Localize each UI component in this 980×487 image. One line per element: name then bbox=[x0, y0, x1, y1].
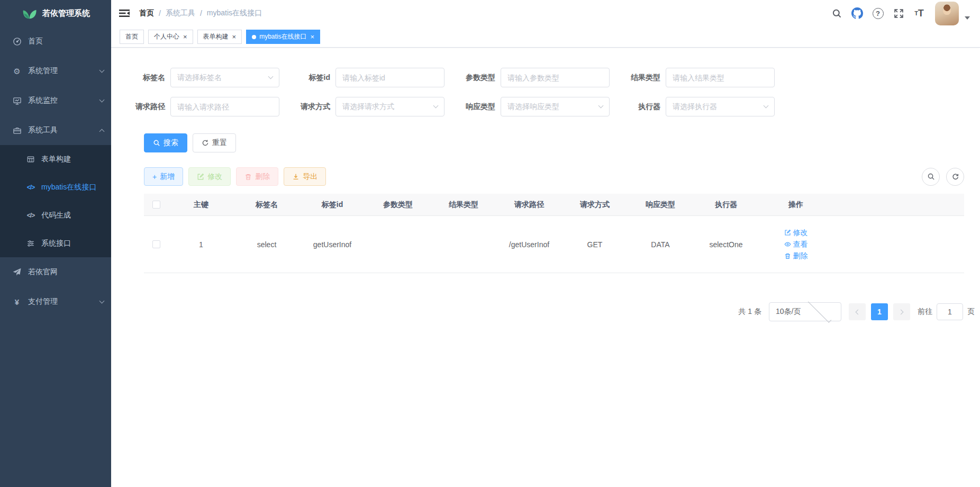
fullscreen-icon[interactable] bbox=[891, 4, 906, 23]
column-header-key: 主键 bbox=[168, 200, 234, 210]
row-view-label: 查看 bbox=[793, 240, 808, 249]
select-all-checkbox[interactable] bbox=[152, 201, 160, 209]
tab-label: 个人中心 bbox=[154, 32, 179, 41]
toolbox-icon bbox=[11, 126, 23, 135]
form-item-request-method: 请求方式 请选择请求方式 bbox=[292, 97, 444, 116]
chevron-right-icon bbox=[899, 309, 904, 314]
github-icon[interactable] bbox=[849, 4, 865, 23]
active-dot bbox=[252, 35, 256, 39]
cell-tag-id: getUserInof bbox=[300, 240, 365, 249]
help-icon[interactable]: ? bbox=[870, 4, 886, 23]
sliders-icon bbox=[25, 239, 36, 248]
breadcrumb-home[interactable]: 首页 bbox=[139, 8, 154, 18]
add-button[interactable]: + 新增 bbox=[144, 167, 183, 186]
code-icon: </> bbox=[25, 212, 36, 219]
prev-page-button[interactable] bbox=[849, 303, 866, 320]
delete-button[interactable]: 删除 bbox=[236, 167, 278, 186]
download-icon bbox=[292, 173, 300, 181]
eye-icon bbox=[784, 241, 791, 248]
sidebar-item-system-mgmt[interactable]: ⚙ 系统管理 bbox=[0, 56, 111, 86]
paper-plane-icon bbox=[11, 268, 23, 276]
close-icon[interactable]: × bbox=[232, 33, 237, 40]
request-path-input[interactable] bbox=[177, 103, 273, 111]
sidebar-item-payment-mgmt[interactable]: ¥ 支付管理 bbox=[0, 287, 111, 317]
row-delete-label: 删除 bbox=[793, 251, 808, 261]
sidebar-item-label: 系统监控 bbox=[28, 96, 100, 105]
search-button-label: 搜索 bbox=[164, 138, 178, 148]
column-header-executor: 执行器 bbox=[693, 200, 759, 210]
refresh-button[interactable] bbox=[946, 168, 964, 186]
sidebar-item-mybatis-api[interactable]: </> mybatis在线接口 bbox=[0, 173, 111, 201]
breadcrumb-current: mybatis在线接口 bbox=[207, 8, 262, 18]
tab-form-builder[interactable]: 表单构建 × bbox=[197, 30, 242, 44]
avatar[interactable] bbox=[935, 2, 959, 25]
dashboard-icon bbox=[11, 37, 23, 46]
goto-page-input[interactable] bbox=[937, 303, 963, 320]
row-checkbox[interactable] bbox=[152, 240, 160, 248]
sidebar-item-home[interactable]: 首页 bbox=[0, 26, 111, 56]
user-menu-caret-icon[interactable] bbox=[965, 16, 970, 20]
breadcrumb-tools: 系统工具 bbox=[166, 8, 195, 18]
close-icon[interactable]: × bbox=[183, 33, 187, 40]
chevron-down-icon bbox=[808, 299, 832, 323]
yen-icon: ¥ bbox=[11, 298, 23, 306]
reset-button[interactable]: 重置 bbox=[193, 133, 236, 152]
sidebar-item-label: 系统接口 bbox=[41, 239, 71, 248]
tab-home[interactable]: 首页 bbox=[120, 30, 144, 44]
form-item-param-type: 参数类型 bbox=[457, 68, 610, 87]
search-button[interactable]: 搜索 bbox=[144, 133, 187, 152]
column-header-path: 请求路径 bbox=[496, 200, 562, 210]
tab-profile[interactable]: 个人中心 × bbox=[148, 30, 193, 44]
select-placeholder: 请选择标签名 bbox=[177, 73, 269, 83]
chevron-down-icon bbox=[99, 67, 105, 73]
table-row: 1 select getUserInof /getUserInof GET DA… bbox=[144, 216, 964, 273]
breadcrumb: 首页 / 系统工具 / mybatis在线接口 bbox=[139, 8, 262, 18]
sidebar-toggle-icon[interactable] bbox=[119, 8, 130, 19]
row-view-link[interactable]: 查看 bbox=[784, 240, 808, 249]
close-icon[interactable]: × bbox=[311, 33, 315, 40]
tag-id-input[interactable] bbox=[342, 74, 438, 82]
sidebar-item-code-gen[interactable]: </> 代码生成 bbox=[0, 201, 111, 229]
executor-select[interactable]: 请选择执行器 bbox=[666, 97, 775, 116]
breadcrumb-separator: / bbox=[159, 9, 161, 17]
toggle-search-button[interactable] bbox=[922, 168, 940, 186]
form-item-result-type: 结果类型 bbox=[622, 68, 775, 87]
field-label: 结果类型 bbox=[622, 73, 660, 83]
row-delete-link[interactable]: 删除 bbox=[784, 251, 808, 261]
response-type-select[interactable]: 请选择响应类型 bbox=[501, 97, 610, 116]
form-item-executor: 执行器 请选择执行器 bbox=[622, 97, 775, 116]
sidebar-menu: 首页 ⚙ 系统管理 系统监控 bbox=[0, 26, 111, 317]
export-button[interactable]: 导出 bbox=[284, 167, 326, 186]
param-type-input[interactable] bbox=[507, 74, 603, 82]
edit-button[interactable]: 修改 bbox=[188, 167, 231, 186]
tab-mybatis-api[interactable]: mybatis在线接口 × bbox=[246, 30, 320, 44]
sidebar-item-system-tools[interactable]: 系统工具 bbox=[0, 115, 111, 145]
tag-name-select[interactable]: 请选择标签名 bbox=[170, 68, 279, 87]
column-header-response-type: 响应类型 bbox=[628, 200, 693, 210]
page-1-button[interactable]: 1 bbox=[871, 303, 888, 320]
row-edit-link[interactable]: 修改 bbox=[784, 228, 808, 238]
add-button-label: 新增 bbox=[160, 172, 175, 182]
sidebar-item-system-monitor[interactable]: 系统监控 bbox=[0, 86, 111, 115]
cell-response-type: DATA bbox=[628, 240, 693, 249]
edit-icon bbox=[784, 229, 791, 236]
sidebar-item-label: mybatis在线接口 bbox=[41, 183, 96, 192]
field-label: 响应类型 bbox=[457, 102, 495, 112]
font-size-icon[interactable]: TT bbox=[911, 4, 927, 23]
plus-icon: + bbox=[152, 173, 157, 181]
request-method-select[interactable]: 请选择请求方式 bbox=[335, 97, 444, 116]
sidebar-item-form-builder[interactable]: 表单构建 bbox=[0, 145, 111, 173]
navbar-actions: ? TT bbox=[829, 2, 972, 25]
app-logo[interactable]: 若依管理系统 bbox=[0, 0, 111, 26]
sidebar-item-system-api[interactable]: 系统接口 bbox=[0, 229, 111, 257]
edit-icon bbox=[197, 173, 204, 181]
form-item-tag-id: 标签id bbox=[292, 68, 444, 87]
top-navbar: 首页 / 系统工具 / mybatis在线接口 ? bbox=[111, 0, 980, 26]
page-size-select[interactable]: 10条/页 bbox=[769, 302, 841, 321]
code-icon: </> bbox=[25, 184, 36, 191]
next-page-button[interactable] bbox=[893, 303, 910, 320]
header-search-icon[interactable] bbox=[829, 4, 845, 23]
result-type-input[interactable] bbox=[673, 74, 768, 82]
sidebar-item-ruoyi-site[interactable]: 若依官网 bbox=[0, 257, 111, 287]
field-label: 请求方式 bbox=[292, 102, 330, 112]
